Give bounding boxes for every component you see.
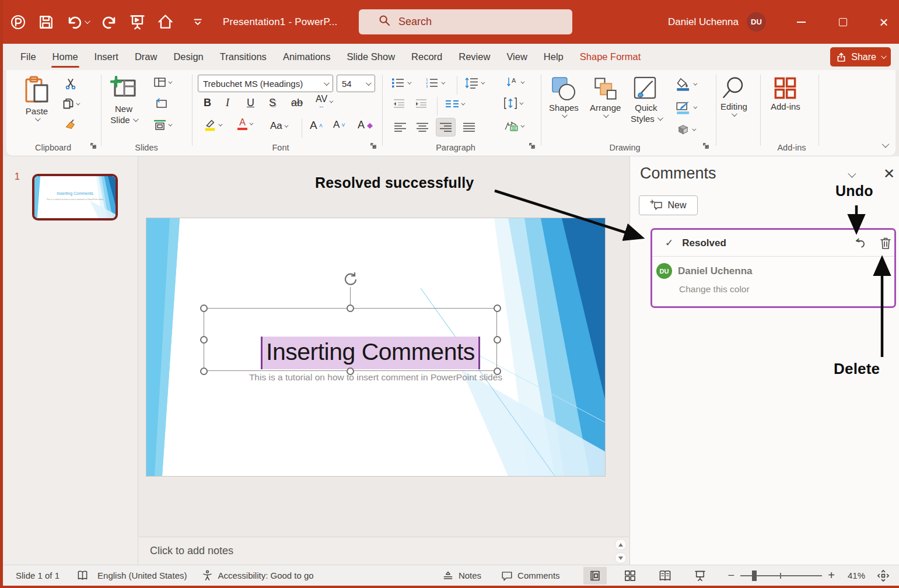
increase-indent-button[interactable] [415,98,428,108]
slideshow-icon[interactable] [127,12,147,32]
handle-top-center[interactable] [347,304,354,312]
collapse-panel-icon[interactable] [848,169,854,180]
accessibility-status[interactable]: Accessibility: Good to go [218,570,313,580]
redo-icon[interactable] [99,12,119,32]
fit-slide-to-window-button[interactable] [877,569,890,582]
slide-subtitle-text[interactable]: This is a tutorial on how to insert comm… [146,372,605,383]
notes-placeholder[interactable]: Click to add notes [150,545,233,557]
rotate-handle[interactable] [342,271,359,290]
language-indicator[interactable]: English (United States) [97,570,187,580]
slide-show-view-button[interactable] [688,567,712,584]
search-input[interactable]: Search [359,9,572,34]
line-spacing-button[interactable] [465,77,484,89]
zoom-level[interactable]: 41% [848,570,865,580]
undo-icon[interactable] [64,12,91,32]
quick-styles-button[interactable]: Quick Styles [631,76,662,124]
columns-button[interactable] [445,99,464,108]
handle-mid-left[interactable] [200,336,208,344]
slide-title-text[interactable]: Inserting Comments [261,337,480,369]
notes-toggle[interactable]: Notes [442,570,481,581]
strikethrough-button[interactable]: ab [291,97,303,109]
font-name-select[interactable]: Trebuchet MS (Headings) [198,75,333,92]
font-dialog-launcher[interactable] [369,142,379,151]
underline-button[interactable]: U [247,97,254,109]
paragraph-dialog-launcher[interactable] [528,142,537,151]
comments-toggle[interactable]: Comments [501,570,560,581]
comment-card[interactable]: ✓ Resolved DU Daniel Uchenna Ch [650,228,896,308]
handle-top-right[interactable] [494,304,501,312]
tab-design[interactable]: Design [165,45,211,69]
tab-view[interactable]: View [498,45,535,69]
user-avatar[interactable]: DU [747,12,766,32]
text-highlight-button[interactable] [204,118,221,132]
new-slide-button[interactable]: New Slide [110,76,137,125]
tab-review[interactable]: Review [450,45,498,69]
numbering-button[interactable]: 123 [425,77,444,89]
tab-home[interactable]: Home [44,45,86,69]
maximize-button[interactable] [830,0,856,44]
quick-access-menu-icon[interactable] [188,12,208,32]
font-color-button[interactable]: A [237,118,252,130]
text-shadow-button[interactable]: S [269,97,276,109]
text-direction-button[interactable]: A [506,76,523,89]
scroll-up-button[interactable] [615,539,627,550]
reopen-comment-icon[interactable] [853,236,867,253]
tab-slide-show[interactable]: Slide Show [339,45,404,69]
tab-insert[interactable]: Insert [86,45,127,69]
shape-effects-button[interactable] [676,124,695,135]
section-button[interactable] [153,119,171,131]
align-center-button[interactable] [412,118,432,136]
decrease-indent-button[interactable] [393,98,405,108]
shape-fill-button[interactable] [676,77,696,91]
reading-view-button[interactable] [653,567,677,584]
powerpoint-logo-icon[interactable] [8,12,28,32]
clipboard-dialog-launcher[interactable] [89,142,99,151]
tab-transitions[interactable]: Transitions [212,45,275,69]
tab-record[interactable]: Record [403,45,450,69]
home-icon[interactable] [155,12,175,32]
handle-top-left[interactable] [200,304,208,312]
slide-sorter-view-button[interactable] [618,567,642,584]
close-panel-icon[interactable]: ✕ [883,167,895,181]
character-spacing-button[interactable]: AV ↔ [316,94,332,109]
arrange-button[interactable]: Arrange [590,76,621,118]
delete-comment-icon[interactable] [879,236,893,253]
zoom-in-button[interactable]: + [828,569,835,582]
font-size-select[interactable]: 54 [337,75,375,92]
minimize-button[interactable] [788,0,814,44]
bullets-button[interactable] [391,77,410,89]
notes-scrollbar[interactable] [615,539,627,564]
zoom-out-button[interactable]: − [728,569,735,582]
scroll-down-button[interactable] [615,552,627,564]
handle-bottom-left[interactable] [200,368,208,375]
reset-slide-button[interactable] [155,98,167,108]
bold-button[interactable]: B [204,97,211,109]
handle-mid-right[interactable] [494,336,501,344]
convert-to-smartart-button[interactable] [503,120,523,132]
tab-shape-format[interactable]: Shape Format [572,45,649,69]
zoom-slider[interactable] [740,575,822,576]
align-text-button[interactable] [503,97,522,110]
normal-view-button[interactable] [583,567,607,584]
spell-check-icon[interactable] [77,570,88,581]
share-button[interactable]: Share [830,47,891,66]
slide-canvas[interactable]: Inserting Comments This is a tutorial on… [146,218,605,476]
copy-button[interactable] [62,98,79,110]
format-painter-button[interactable] [65,119,76,131]
addins-button[interactable]: Add-ins [771,76,800,111]
zoom-slider-thumb[interactable] [752,570,757,581]
handle-bottom-center[interactable] [347,368,354,375]
clear-formatting-button[interactable]: A◆ [358,119,373,131]
tab-file[interactable]: File [12,45,44,69]
slide-layout-button[interactable] [153,77,171,88]
align-right-button[interactable] [436,118,456,136]
handle-bottom-right[interactable] [494,368,501,375]
tab-draw[interactable]: Draw [127,45,166,69]
align-left-button[interactable] [390,118,410,136]
tab-help[interactable]: Help [536,45,572,69]
collapse-ribbon-icon[interactable] [882,139,887,150]
shapes-button[interactable]: Shapes [549,76,579,118]
user-name[interactable]: Daniel Uchenna [668,16,739,28]
editing-button[interactable]: Editing [720,76,747,117]
new-comment-button[interactable]: New [639,195,698,215]
